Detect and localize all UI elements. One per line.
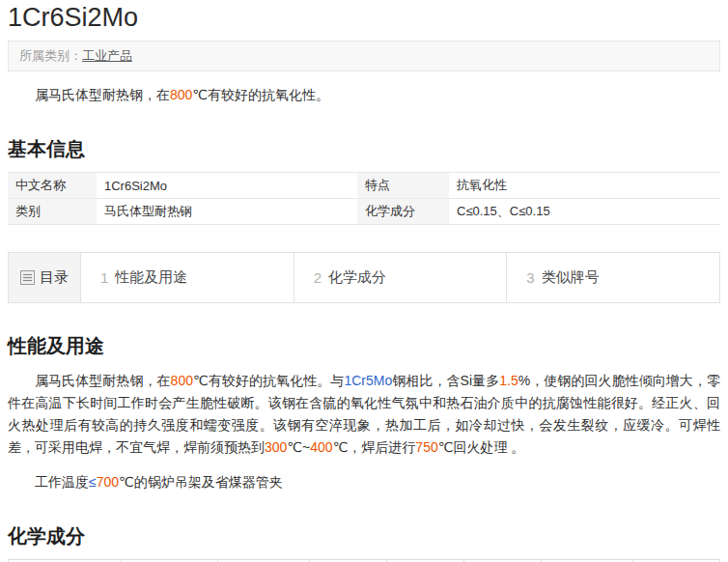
performance-paragraph-2: 工作温度≤700℃的锅炉吊架及省煤器管夹 bbox=[8, 471, 720, 493]
inline-link[interactable]: 1Cr5Mo bbox=[344, 373, 392, 388]
toc-item-number: 3 bbox=[526, 269, 534, 286]
category-link[interactable]: 工业产品 bbox=[82, 48, 132, 63]
info-label: 类别 bbox=[8, 199, 97, 225]
basic-info-table: 中文名称 1Cr6Si2Mo 特点 抗氧化性 类别 马氏体型耐热钢 化学成分 C… bbox=[8, 172, 720, 225]
info-label: 化学成分 bbox=[357, 199, 449, 225]
toc-item-number: 2 bbox=[314, 269, 322, 286]
info-label: 特点 bbox=[357, 173, 449, 199]
text-segment: 属马氏体型耐热钢，在 bbox=[35, 373, 171, 388]
info-value: 马氏体型耐热钢 bbox=[97, 199, 357, 225]
toc-item-performance[interactable]: 1 性能及用途 bbox=[80, 253, 294, 302]
toc: 目录 1 性能及用途 2 化学成分 3 类似牌号 bbox=[8, 252, 720, 303]
toc-list-icon bbox=[20, 270, 35, 285]
toc-item-number: 1 bbox=[100, 269, 108, 286]
highlight-text: 750 bbox=[415, 439, 437, 455]
section-heading-performance: 性能及用途 bbox=[8, 334, 720, 357]
text-segment: ℃有较好的抗氧化性。与 bbox=[193, 373, 344, 388]
highlight-text: 800 bbox=[170, 87, 192, 102]
highlight-text: 700 bbox=[97, 474, 119, 490]
intro-paragraph: 属马氏体型耐热钢，在800℃有较好的抗氧化性。 bbox=[8, 84, 720, 106]
text-segment: ℃有较好的抗氧化性。 bbox=[192, 87, 329, 102]
highlight-text: 400 bbox=[310, 439, 332, 455]
toc-item-chemical[interactable]: 2 化学成分 bbox=[294, 253, 507, 302]
text-segment: ℃的锅炉吊架及省煤器管夹 bbox=[119, 474, 283, 490]
text-segment: 工作温度 bbox=[35, 474, 89, 490]
article-page: 1Cr6Si2Mo 所属类别：工业产品 属马氏体型耐热钢，在800℃有较好的抗氧… bbox=[0, 0, 728, 562]
toc-item-label: 性能及用途 bbox=[115, 268, 187, 287]
text-segment: 属马氏体型耐热钢，在 bbox=[35, 87, 170, 102]
text-segment: ℃~ bbox=[287, 439, 310, 455]
highlight-text: 300 bbox=[265, 439, 287, 455]
table-row: 类别 马氏体型耐热钢 化学成分 C≤0.15、C≤0.15 bbox=[8, 199, 720, 225]
category-bar: 所属类别：工业产品 bbox=[8, 41, 720, 71]
text-segment: 钢相比，含Si量多 bbox=[392, 373, 499, 388]
highlight-text: 800 bbox=[171, 373, 193, 388]
toc-item-similar-grades[interactable]: 3 类似牌号 bbox=[506, 253, 719, 302]
toc-header: 目录 bbox=[9, 253, 80, 302]
info-label: 中文名称 bbox=[8, 173, 97, 199]
info-value: 抗氧化性 bbox=[449, 173, 720, 199]
text-segment: ≤ bbox=[89, 474, 97, 490]
toc-item-label: 类似牌号 bbox=[542, 268, 600, 287]
table-row: 中文名称 1Cr6Si2Mo 特点 抗氧化性 bbox=[8, 173, 720, 199]
info-value: C≤0.15、C≤0.15 bbox=[449, 199, 720, 225]
category-label: 所属类别： bbox=[19, 48, 82, 63]
toc-title: 目录 bbox=[40, 268, 69, 287]
section-heading-chemical: 化学成分 bbox=[8, 524, 720, 548]
toc-item-label: 化学成分 bbox=[328, 268, 386, 287]
info-value: 1Cr6Si2Mo bbox=[97, 173, 357, 199]
section-heading-basic-info: 基本信息 bbox=[8, 137, 720, 160]
text-segment: ℃，焊后进行 bbox=[333, 439, 416, 455]
text-segment: ℃回火处理 。 bbox=[438, 439, 525, 455]
performance-paragraph-1: 属马氏体型耐热钢，在800℃有较好的抗氧化性。与1Cr5Mo钢相比，含Si量多1… bbox=[8, 370, 720, 459]
highlight-text: 1.5 bbox=[499, 373, 518, 388]
page-title: 1Cr6Si2Mo bbox=[8, 2, 720, 33]
